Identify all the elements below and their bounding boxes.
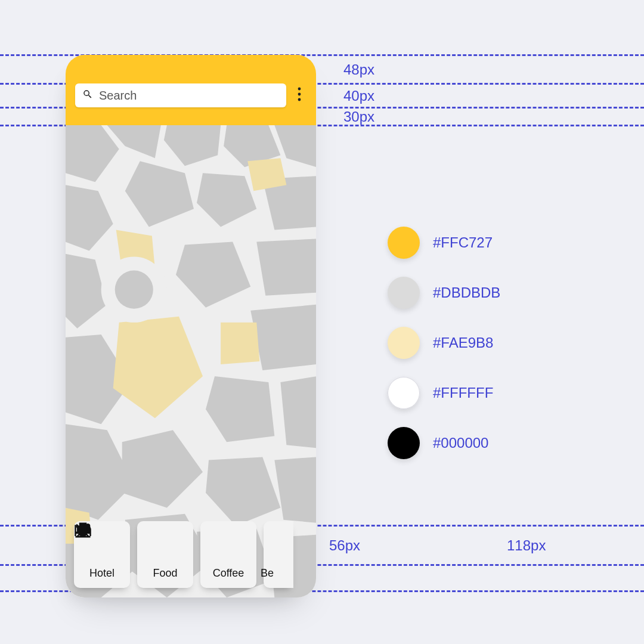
app-header [66, 55, 316, 125]
svg-marker-20 [280, 376, 316, 448]
swatch-chip [388, 327, 420, 359]
swatch-row: #FFC727 [388, 227, 500, 259]
category-card-partial[interactable]: Be [264, 521, 293, 588]
swatch-row: #DBDBDB [388, 277, 500, 309]
swatch-hex: #FFC727 [433, 234, 493, 251]
annotation-searchbar-height: 40px [343, 88, 374, 104]
swatch-chip [388, 427, 420, 459]
svg-marker-15 [256, 239, 316, 295]
swatch-row: #000000 [388, 427, 500, 459]
category-label: Food [153, 567, 177, 580]
annotation-bottom-height: 118px [507, 537, 546, 554]
annotation-statusbar-height: 48px [343, 61, 374, 78]
svg-point-34 [115, 271, 153, 309]
color-palette-legend: #FFC727 #DBDBDB #FAE9B8 #FFFFFF #000000 [388, 227, 500, 459]
swatch-hex: #FFFFFF [433, 385, 493, 401]
annotation-header-bottom: 30px [343, 109, 374, 125]
swatch-row: #FFFFFF [388, 377, 500, 409]
svg-point-1 [298, 93, 301, 96]
category-label: Hotel [89, 567, 114, 580]
category-label: Coffee [213, 567, 244, 580]
category-card-food[interactable]: Food [137, 521, 193, 588]
swatch-row: #FAE9B8 [388, 327, 500, 359]
swatch-hex: #000000 [433, 435, 488, 451]
swatch-chip [388, 227, 420, 259]
swatch-hex: #DBDBDB [433, 284, 500, 301]
svg-marker-31 [221, 323, 259, 364]
category-label: Be [261, 567, 296, 580]
overflow-menu-button[interactable] [292, 83, 306, 107]
search-bar[interactable] [75, 83, 286, 107]
search-input[interactable] [93, 89, 279, 103]
phone-frame: Hotel Food Coffee Be [66, 55, 316, 597]
swatch-chip [388, 377, 420, 409]
map-canvas[interactable]: Hotel Food Coffee Be [66, 125, 316, 597]
svg-point-2 [298, 98, 301, 101]
svg-marker-28 [247, 158, 286, 191]
category-carousel[interactable]: Hotel Food Coffee Be [74, 521, 316, 588]
category-card-coffee[interactable]: Coffee [200, 521, 256, 588]
more-vertical-icon [298, 87, 301, 104]
search-icon [82, 89, 93, 102]
swatch-chip [388, 277, 420, 309]
svg-point-0 [298, 88, 301, 91]
swatch-hex: #FAE9B8 [433, 335, 493, 351]
annotation-card-gap: 56px [329, 537, 360, 554]
